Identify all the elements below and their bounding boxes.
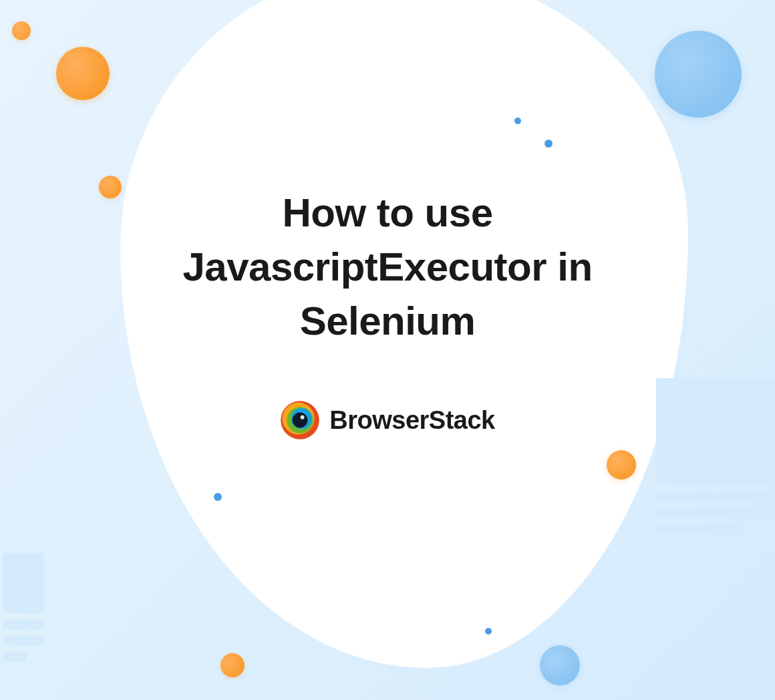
hero-canvas: How to use JavascriptExecutor in Seleniu… bbox=[0, 0, 775, 700]
content-wrapper: How to use JavascriptExecutor in Seleniu… bbox=[0, 0, 775, 700]
browserstack-logo-icon bbox=[280, 400, 320, 440]
brand-name: BrowserStack bbox=[329, 406, 494, 435]
svg-point-4 bbox=[293, 413, 308, 428]
brand-block: BrowserStack bbox=[280, 400, 494, 440]
svg-point-5 bbox=[301, 415, 305, 419]
hero-title: How to use JavascriptExecutor in Seleniu… bbox=[134, 186, 641, 348]
